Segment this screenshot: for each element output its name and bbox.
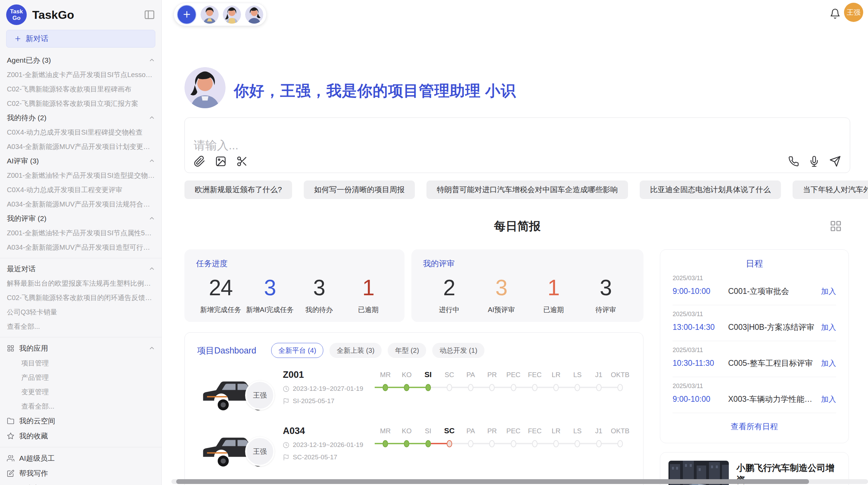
- voice-call-icon[interactable]: [788, 156, 799, 167]
- new-chat-button[interactable]: 新对话: [6, 30, 155, 48]
- user-avatar[interactable]: 王强: [844, 3, 863, 22]
- view-all-schedule-link[interactable]: 查看所有日程: [673, 421, 836, 432]
- milestone-label: PR: [481, 425, 503, 437]
- app-logo: Task Go: [6, 4, 27, 25]
- milestone-label: PEC: [503, 369, 524, 381]
- recent-chat-item[interactable]: 解释最新出台的欧盟报废车法规再生塑料比例被调至15%...: [0, 276, 161, 290]
- apps-view-all[interactable]: 查看全部...: [0, 399, 161, 413]
- schedule-time: 9:00-10:00: [673, 287, 728, 296]
- clock-icon: [283, 386, 289, 392]
- avatar[interactable]: [223, 5, 241, 24]
- join-link[interactable]: 加入: [821, 286, 836, 297]
- join-link[interactable]: 加入: [821, 322, 836, 333]
- stat-metric: 3我的待办: [294, 275, 344, 314]
- sidebar-item[interactable]: Z001-全新燃油轻卡产品开发项目SI节点属性5D文件评审: [0, 226, 161, 240]
- sidebar-item[interactable]: C0X4-动力总成开发项目SI里程碑提交物检查: [0, 125, 161, 139]
- section-header-agent-done[interactable]: Agent已办 (3): [0, 53, 161, 67]
- section-title: 最近对话: [7, 262, 148, 276]
- assistant-avatar: [184, 67, 226, 108]
- sidebar-item[interactable]: C02-飞腾新能源轻客改款项目里程碑画布: [0, 82, 161, 96]
- suggestion-chip[interactable]: 比亚迪全固态电池计划具体说了什么: [640, 181, 781, 199]
- milestone-dot: [404, 440, 409, 447]
- milestone-pr: PR: [481, 425, 503, 476]
- send-icon[interactable]: [829, 156, 841, 167]
- stat-metric: 2进行中: [423, 275, 475, 314]
- chevron-up-icon: [148, 57, 155, 64]
- suggestion-chip[interactable]: 如何写一份清晰的项目周报: [304, 181, 415, 199]
- milestone-oktb: OKTB: [610, 425, 631, 476]
- sidebar-item[interactable]: Z001-全新燃油皮卡产品开发项目SI节点Lesson Learn报告: [0, 67, 161, 82]
- sidebar-item[interactable]: A034-全新新能源MUV产品开发项目法规符合性评审: [0, 197, 161, 211]
- recent-view-all[interactable]: 查看全部...: [0, 319, 161, 334]
- recent-chat-item[interactable]: 公司Q3轻卡销量: [0, 305, 161, 319]
- users-icon: [7, 455, 14, 462]
- section-header-my-todo[interactable]: 我的待办 (2): [0, 111, 161, 125]
- stat-label: 进行中: [423, 305, 475, 314]
- milestone-dot: [596, 384, 602, 391]
- filter-powertrain[interactable]: 动总开发 (1): [432, 343, 484, 358]
- milestone-fec: FEC: [524, 425, 545, 476]
- screenshot-scissors-icon[interactable]: [236, 156, 248, 167]
- sidebar-item-ai-staff[interactable]: AI超级员工: [0, 451, 161, 466]
- project-milestone: SI-2025-05-17: [283, 397, 375, 405]
- sidebar-item-favorites[interactable]: 我的收藏: [0, 428, 161, 444]
- notification-bell-icon[interactable]: [830, 8, 841, 19]
- add-session-button[interactable]: [177, 5, 196, 24]
- sidebar-collapse-icon[interactable]: [144, 9, 155, 21]
- app-item-product-mgmt[interactable]: 产品管理: [0, 370, 161, 385]
- attachment-icon[interactable]: [194, 156, 205, 167]
- sidebar-item-my-apps[interactable]: 我的应用: [0, 341, 161, 356]
- project-row[interactable]: 王强 A034 2023-12-19~2026-01-19 SC-2025-05…: [197, 424, 631, 476]
- milestone-dot: [404, 384, 409, 391]
- milestone-si: SI: [418, 369, 439, 420]
- sidebar: Task Go TaskGo 新对话 Agent已办 (3) Z001-全新燃油…: [0, 0, 162, 485]
- sidebar-item-creative-drawing[interactable]: 创意制图: [0, 481, 161, 485]
- filter-new-platform[interactable]: 全新平台 (4): [271, 343, 323, 358]
- dashboard-header: 项目Dashboard 全新平台 (4) 全新上装 (3) 年型 (2) 动总开…: [197, 343, 631, 358]
- sidebar-item-cloud-space[interactable]: 我的云空间: [0, 413, 161, 428]
- chevron-up-icon: [148, 114, 155, 121]
- join-link[interactable]: 加入: [821, 394, 836, 405]
- composer: 请输入...: [184, 117, 850, 173]
- avatar[interactable]: [201, 5, 219, 24]
- sidebar-item[interactable]: C0X4-动力总成开发项目工程变更评审: [0, 183, 161, 197]
- horizontal-scrollbar-track[interactable]: [171, 479, 868, 484]
- sidebar-item[interactable]: A034-全新新能源MUV产品开发项目计划变更表编写: [0, 139, 161, 154]
- suggestion-chip[interactable]: 当下年轻人对汽车外观有怎样的喜好趋势: [793, 181, 868, 199]
- filter-model-year[interactable]: 年型 (2): [388, 343, 426, 358]
- briefing-layout-icon[interactable]: [830, 220, 842, 232]
- card-title: 任务进度: [196, 258, 393, 269]
- milestone-label: KO: [396, 369, 417, 381]
- suggestion-chip[interactable]: 欧洲新规最近颁布了什么?: [184, 181, 292, 199]
- app-item-project-mgmt[interactable]: 项目管理: [0, 356, 161, 370]
- milestone-label: LR: [545, 369, 567, 381]
- chevron-up-icon: [148, 345, 155, 352]
- milestone-label: PR: [481, 369, 503, 381]
- section-header-my-review[interactable]: 我的评审 (2): [0, 211, 161, 226]
- sidebar-item[interactable]: A034-全新新能源MUV产品开发项目造型可行性评审: [0, 240, 161, 254]
- chevron-up-icon: [148, 158, 155, 164]
- recent-chat-item[interactable]: C02-飞腾新能源轻客改款项目的闭环通告反馈情况: [0, 290, 161, 305]
- join-link[interactable]: 加入: [821, 358, 836, 369]
- sidebar-item[interactable]: C02-飞腾新能源轻客改款项目立项汇报方案: [0, 96, 161, 111]
- flag-icon: [283, 398, 289, 405]
- milestone-lr: LR: [545, 425, 567, 476]
- suggestion-chip[interactable]: 特朗普可能对进口汽车增税会对中国车企造成哪些影响: [426, 181, 628, 199]
- app-item-change-mgmt[interactable]: 变更管理: [0, 385, 161, 399]
- section-header-recent-chats[interactable]: 最近对话: [0, 262, 161, 276]
- sidebar-item-help-writing[interactable]: 帮我写作: [0, 466, 161, 481]
- filter-new-body[interactable]: 全新上装 (3): [329, 343, 382, 358]
- section-header-ai-review[interactable]: AI评审 (3): [0, 154, 161, 168]
- project-row[interactable]: 王强 Z001 2023-12-19~2027-01-19 SI-2025-05…: [197, 368, 631, 420]
- avatar[interactable]: [245, 5, 263, 24]
- message-input[interactable]: 请输入...: [194, 138, 841, 156]
- microphone-icon[interactable]: [809, 156, 820, 167]
- image-upload-icon[interactable]: [215, 156, 227, 167]
- milestone-ko: KO: [396, 425, 417, 476]
- milestone-label: SI: [418, 369, 439, 381]
- milestone-mr: MR: [375, 425, 396, 476]
- milestone-dot: [553, 384, 559, 391]
- sidebar-item[interactable]: Z001-全新燃油轻卡产品开发项目SI造型提交物评审: [0, 168, 161, 183]
- section-title: Agent已办 (3): [7, 53, 148, 67]
- horizontal-scrollbar-thumb[interactable]: [176, 479, 809, 484]
